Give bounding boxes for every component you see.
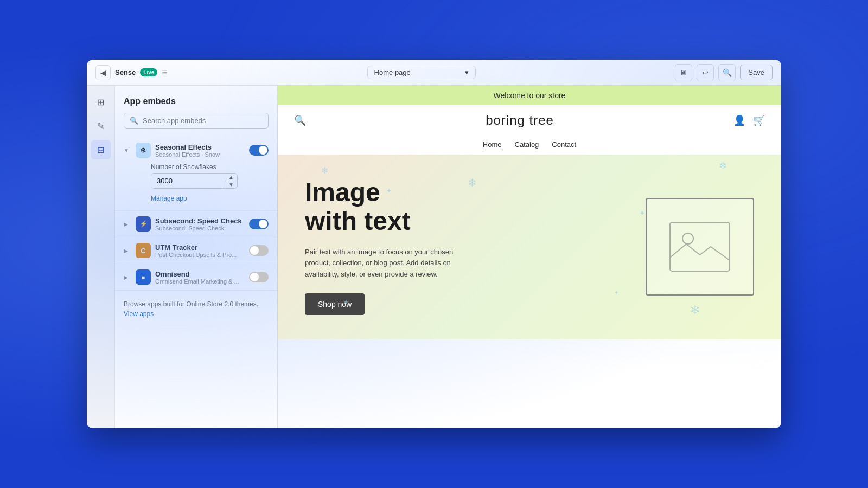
- top-bar-left: ◀ Sense Live ≡: [95, 65, 168, 80]
- store-header-icons: 👤 🛒: [733, 114, 765, 126]
- embed-item-header-omnisend: ▶ ■ Omnisend Omnisend Email Marketing & …: [124, 269, 269, 285]
- app-sub-speed: Subsecond: Speed Check: [155, 225, 245, 232]
- panel-title: App embeds: [115, 86, 277, 113]
- image-placeholder-svg: [667, 220, 732, 274]
- view-apps-link[interactable]: View apps: [124, 310, 154, 318]
- top-bar: ◀ Sense Live ≡ Home page ▾ 🖥 ↩ 🔍 Save: [87, 60, 781, 86]
- snowflake-deco-1: ❄: [321, 165, 328, 176]
- app-name-speed: Subsecond: Speed Check: [155, 217, 245, 225]
- search-button[interactable]: 🔍: [718, 64, 736, 81]
- store-preview: Welcome to our store 🔍 boring tree 👤 🛒 H…: [278, 86, 781, 428]
- page-selector-chevron: ▾: [465, 68, 469, 76]
- store-nav: Home Catalog Contact: [278, 136, 781, 155]
- snowflakes-input-wrap: ▲ ▼: [151, 173, 238, 189]
- search-icon: 🔍: [130, 117, 138, 125]
- toggle-seasonal[interactable]: [249, 145, 269, 156]
- embed-item-header-speed: ▶ ⚡ Subsecond: Speed Check Subsecond: Sp…: [124, 216, 269, 232]
- hero-text: Imagewith text Pair text with an image t…: [305, 178, 624, 315]
- store-header: 🔍 boring tree 👤 🛒: [278, 105, 781, 136]
- nav-catalog[interactable]: Catalog: [515, 140, 539, 150]
- spin-buttons: ▲ ▼: [225, 174, 237, 188]
- app-info-omnisend: Omnisend Omnisend Email Marketing & ...: [155, 270, 245, 285]
- snowflake-deco-5: ❄: [719, 160, 727, 172]
- account-icon[interactable]: 👤: [733, 114, 745, 126]
- embed-item-utm: ▶ C UTM Tracker Post Checkout Upsells & …: [115, 237, 277, 264]
- search-box[interactable]: 🔍: [124, 113, 269, 129]
- app-icon-omnisend: ■: [136, 269, 151, 285]
- page-selector-label: Home page: [374, 68, 411, 76]
- embed-item-seasonal: ▼ ❄ Seasonal Effects Seasonal Effects · …: [115, 137, 277, 211]
- hero-desc: Pair text with an image to focus on your…: [305, 247, 457, 280]
- expand-chevron-speed[interactable]: ▶: [124, 221, 131, 227]
- page-selector[interactable]: Home page ▾: [367, 66, 476, 79]
- theme-icon: ≡: [162, 67, 168, 78]
- main-area: ⊞ ✎ ⊟ App embeds 🔍 ▼ ❄ Seasonal Effects …: [87, 86, 781, 428]
- store-name: Sense: [115, 68, 136, 76]
- embed-item-omnisend: ▶ ■ Omnisend Omnisend Email Marketing & …: [115, 264, 277, 291]
- top-bar-right: 🖥 ↩ 🔍 Save: [675, 64, 773, 81]
- welcome-banner: Welcome to our store: [278, 86, 781, 105]
- expand-chevron-omnisend[interactable]: ▶: [124, 274, 131, 280]
- top-bar-center: Home page ▾: [174, 66, 669, 79]
- snowflakes-input[interactable]: [151, 174, 225, 188]
- app-info-speed: Subsecond: Speed Check Subsecond: Speed …: [155, 217, 245, 232]
- shop-now-button[interactable]: Shop now: [305, 293, 365, 315]
- embed-item-header-seasonal: ▼ ❄ Seasonal Effects Seasonal Effects · …: [124, 143, 269, 158]
- app-sub-seasonal: Seasonal Effects · Snow: [155, 151, 245, 158]
- app-sub-omnisend: Omnisend Email Marketing & ...: [155, 278, 245, 285]
- app-name-seasonal: Seasonal Effects: [155, 143, 245, 151]
- embed-item-speed: ▶ ⚡ Subsecond: Speed Check Subsecond: Sp…: [115, 211, 277, 237]
- hero-section: ❄ ✦ ❄ ✦ ❄ ✦ ❄ ✦ Imagewith text Pair text…: [278, 155, 781, 339]
- store-brand: boring tree: [486, 113, 554, 128]
- sidebar-item-sections[interactable]: ⊞: [91, 92, 111, 112]
- embed-expanded-seasonal: Number of Snowflakes ▲ ▼ Manage app: [124, 158, 269, 205]
- svg-point-1: [682, 233, 693, 244]
- back-button[interactable]: ◀: [95, 65, 111, 80]
- app-embeds-panel: App embeds 🔍 ▼ ❄ Seasonal Effects Season…: [115, 86, 278, 428]
- app-sub-utm: Post Checkout Upsells & Pro...: [155, 252, 245, 258]
- preview-area: Welcome to our store 🔍 boring tree 👤 🛒 H…: [278, 86, 781, 428]
- embed-item-header-utm: ▶ C UTM Tracker Post Checkout Upsells & …: [124, 243, 269, 258]
- undo-button[interactable]: ↩: [697, 64, 714, 81]
- device-icon-button[interactable]: 🖥: [675, 64, 692, 81]
- snowflake-deco-4: ✦: [639, 209, 646, 217]
- app-info-seasonal: Seasonal Effects Seasonal Effects · Snow: [155, 143, 245, 158]
- nav-home[interactable]: Home: [483, 140, 502, 150]
- app-name-utm: UTM Tracker: [155, 243, 245, 252]
- spin-down[interactable]: ▼: [225, 181, 237, 189]
- snowflakes-label: Number of Snowflakes: [151, 163, 269, 171]
- search-input[interactable]: [143, 117, 263, 125]
- live-badge: Live: [140, 68, 157, 76]
- save-button[interactable]: Save: [740, 65, 773, 80]
- store-search-icon[interactable]: 🔍: [294, 114, 306, 126]
- sidebar-icons: ⊞ ✎ ⊟: [87, 86, 115, 428]
- browse-text: Browse apps built for Online Store 2.0 t…: [115, 291, 277, 328]
- nav-contact[interactable]: Contact: [552, 140, 576, 150]
- app-icon-utm: C: [136, 243, 151, 258]
- hero-title: Imagewith text: [305, 178, 624, 236]
- svg-rect-0: [670, 222, 730, 271]
- app-icon-speed: ⚡: [136, 216, 151, 232]
- manage-app-link[interactable]: Manage app: [151, 195, 187, 202]
- cart-icon[interactable]: 🛒: [753, 114, 765, 126]
- sidebar-item-apps[interactable]: ⊟: [91, 140, 111, 159]
- app-name-omnisend: Omnisend: [155, 270, 245, 278]
- sidebar-item-theme[interactable]: ✎: [91, 116, 111, 136]
- app-icon-seasonal: ❄: [136, 143, 151, 158]
- hero-image: [646, 198, 754, 296]
- toggle-speed[interactable]: [249, 219, 269, 229]
- expand-chevron-utm[interactable]: ▶: [124, 248, 131, 254]
- expand-chevron-seasonal[interactable]: ▼: [124, 147, 131, 153]
- spin-up[interactable]: ▲: [225, 174, 237, 181]
- app-info-utm: UTM Tracker Post Checkout Upsells & Pro.…: [155, 243, 245, 258]
- toggle-omnisend[interactable]: [249, 272, 269, 282]
- toggle-utm[interactable]: [249, 245, 269, 256]
- snowflake-deco-7: ❄: [690, 303, 700, 317]
